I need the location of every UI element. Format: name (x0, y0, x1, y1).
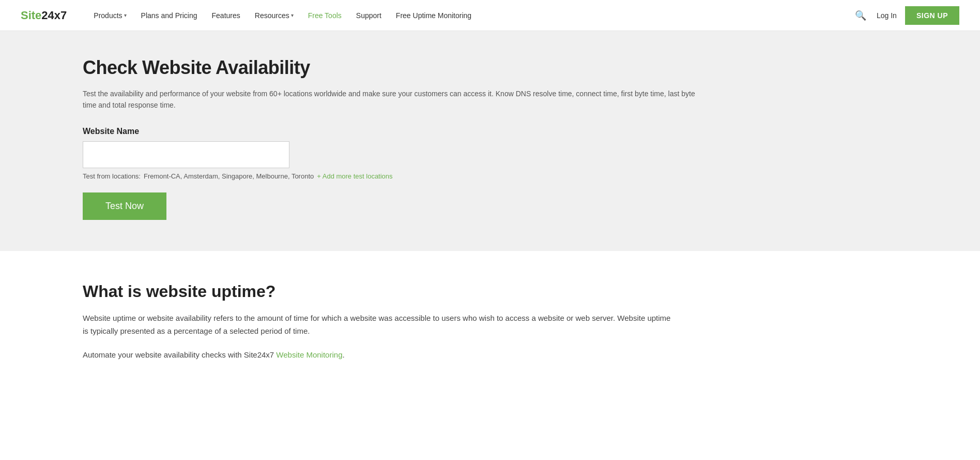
locations-list: Fremont-CA, Amsterdam, Singapore, Melbou… (144, 172, 314, 180)
header-right: 🔍 Log In SIGN UP (853, 6, 959, 25)
content-section: What is website uptime? Website uptime o… (0, 251, 980, 393)
hero-description: Test the availability and performance of… (83, 88, 703, 111)
products-chevron-icon: ▾ (124, 12, 127, 18)
logo-247-text: 24x7 (41, 9, 67, 22)
main-nav: Products ▾ Plans and Pricing Features Re… (87, 7, 853, 24)
content-paragraph-2: Automate your website availability check… (83, 348, 677, 362)
website-monitoring-link[interactable]: Website Monitoring (276, 350, 342, 359)
website-name-label: Website Name (83, 127, 897, 136)
nav-support[interactable]: Support (350, 7, 388, 24)
hero-section: Check Website Availability Test the avai… (0, 31, 980, 251)
nav-products[interactable]: Products ▾ (87, 7, 132, 24)
test-locations: Test from locations: Fremont-CA, Amsterd… (83, 172, 897, 180)
nav-free-tools[interactable]: Free Tools (302, 7, 348, 24)
page-title: Check Website Availability (83, 57, 897, 79)
logo[interactable]: Site24x7 (21, 9, 67, 22)
resources-chevron-icon: ▾ (291, 12, 294, 18)
content-title: What is website uptime? (83, 282, 897, 301)
header: Site24x7 Products ▾ Plans and Pricing Fe… (0, 0, 980, 31)
website-name-input[interactable] (83, 141, 289, 168)
nav-monitoring[interactable]: Free Uptime Monitoring (390, 7, 478, 24)
nav-plans[interactable]: Plans and Pricing (135, 7, 204, 24)
locations-prefix: Test from locations: (83, 172, 141, 180)
content-paragraph-1: Website uptime or website availability r… (83, 311, 677, 338)
nav-resources[interactable]: Resources ▾ (249, 7, 300, 24)
logo-site-text: Site (21, 9, 41, 22)
nav-features[interactable]: Features (206, 7, 247, 24)
search-icon[interactable]: 🔍 (853, 8, 868, 23)
test-now-button[interactable]: Test Now (83, 192, 166, 220)
login-link[interactable]: Log In (877, 11, 897, 20)
signup-button[interactable]: SIGN UP (905, 6, 959, 25)
add-locations-link[interactable]: + Add more test locations (317, 172, 392, 180)
